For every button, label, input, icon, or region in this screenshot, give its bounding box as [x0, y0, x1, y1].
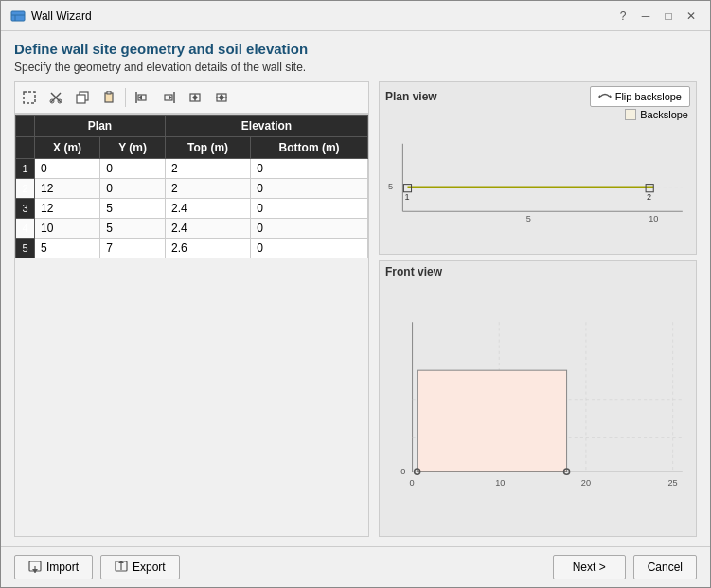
flip-backslope-button[interactable]: Flip backslope: [590, 86, 690, 107]
svg-rect-11: [107, 91, 111, 94]
svg-rect-3: [24, 92, 35, 103]
front-view-header: Front view: [380, 261, 696, 282]
left-panel: Plan Elevation X (m) Y (m) Top (m) Botto…: [14, 81, 369, 537]
import-icon: [28, 561, 42, 574]
cell-top[interactable]: 2: [165, 179, 250, 199]
page-title: Define wall site geometry and soil eleva…: [14, 41, 697, 57]
bottom-left-buttons: Import Export: [14, 555, 180, 579]
svg-text:0: 0: [400, 467, 405, 476]
main-window: Wall Wizard ? ─ □ ✕ Define wall site geo…: [0, 0, 711, 588]
svg-marker-27: [598, 95, 600, 98]
plan-view-header: Plan view Flip backslope: [380, 82, 696, 111]
col-header-top: Top (m): [165, 137, 250, 159]
svg-text:5: 5: [388, 182, 393, 191]
cell-top[interactable]: 2.4: [165, 199, 250, 219]
cell-x[interactable]: 12: [35, 199, 100, 219]
elevation-group-header: Elevation: [165, 116, 367, 137]
plan-view-title: Plan view: [385, 90, 437, 103]
toolbar-distribute2-btn[interactable]: [209, 86, 234, 109]
import-label: Import: [46, 561, 79, 574]
toolbar-copy-btn[interactable]: [70, 86, 95, 109]
svg-text:2: 2: [647, 192, 651, 202]
cell-top[interactable]: 2.6: [165, 239, 250, 258]
toolbar-select-btn[interactable]: [17, 86, 42, 109]
next-button[interactable]: Next >: [553, 555, 626, 579]
title-bar: Wall Wizard ? ─ □ ✕: [1, 1, 710, 31]
close-button[interactable]: ✕: [682, 7, 701, 26]
front-view-canvas: 0 0 10 20 25: [383, 286, 692, 532]
svg-text:10: 10: [495, 479, 505, 489]
table-row[interactable]: 2 12 0 2 0: [16, 179, 368, 199]
cell-bottom[interactable]: 0: [251, 199, 368, 219]
cell-x[interactable]: 0: [35, 159, 100, 179]
flip-icon: [598, 90, 612, 103]
cell-y[interactable]: 5: [100, 219, 166, 239]
svg-text:10: 10: [649, 214, 658, 223]
toolbar-separator-1: [125, 88, 126, 107]
table-group-header-row: Plan Elevation: [16, 116, 368, 137]
plan-view-svg: 1 2 5 10 5: [383, 115, 692, 250]
svg-text:25: 25: [668, 479, 678, 489]
plan-group-header: Plan: [35, 116, 166, 137]
cell-top[interactable]: 2.4: [165, 219, 250, 239]
right-panel: Plan view Flip backslope Backslo: [379, 81, 697, 537]
export-icon: [115, 561, 128, 574]
cell-bottom[interactable]: 0: [251, 219, 368, 239]
col-header-bottom: Bottom (m): [251, 137, 368, 159]
col-header-x: X (m): [35, 137, 100, 159]
toolbar-align-left-btn[interactable]: [130, 86, 154, 109]
table-row[interactable]: 5 5 7 2.6 0: [16, 239, 368, 258]
svg-text:1: 1: [404, 192, 409, 202]
toolbar: [14, 81, 369, 114]
toolbar-align-right-btn[interactable]: [156, 86, 181, 109]
table-row[interactable]: 3 12 5 2.4 0: [16, 199, 368, 219]
plan-view-container: Plan view Flip backslope Backslo: [379, 81, 697, 255]
data-table-wrapper: Plan Elevation X (m) Y (m) Top (m) Botto…: [14, 114, 369, 537]
cell-bottom[interactable]: 0: [251, 179, 368, 199]
svg-rect-0: [11, 11, 25, 21]
table-row[interactable]: 1 0 0 2 0: [16, 159, 368, 179]
front-view-title: Front view: [385, 265, 442, 278]
cell-y[interactable]: 0: [100, 179, 166, 199]
cell-bottom[interactable]: 0: [251, 159, 368, 179]
cell-y[interactable]: 7: [100, 239, 166, 258]
flip-backslope-label: Flip backslope: [615, 91, 682, 102]
row-number: 5: [16, 239, 35, 258]
cancel-button[interactable]: Cancel: [633, 555, 697, 579]
toolbar-distribute-btn[interactable]: [183, 86, 207, 109]
content-area: Define wall site geometry and soil eleva…: [1, 31, 710, 546]
cell-x[interactable]: 5: [35, 239, 100, 258]
main-area: Plan Elevation X (m) Y (m) Top (m) Botto…: [14, 81, 697, 537]
cell-y[interactable]: 5: [100, 199, 166, 219]
table-body: 1 0 0 2 0 2 12 0 2 0 3 12 5 2.4 0 4 10 5…: [16, 159, 368, 258]
row-number: 4: [16, 219, 35, 239]
svg-marker-21: [195, 95, 198, 100]
row-number: 1: [16, 159, 35, 179]
svg-text:20: 20: [581, 479, 591, 489]
row-number: 2: [16, 179, 35, 199]
maximize-button[interactable]: □: [659, 7, 678, 26]
window-title: Wall Wizard: [31, 9, 92, 23]
bottom-right-buttons: Next > Cancel: [553, 555, 697, 579]
title-bar-left: Wall Wizard: [10, 9, 92, 24]
cell-bottom[interactable]: 0: [251, 239, 368, 258]
table-row[interactable]: 4 10 5 2.4 0: [16, 219, 368, 239]
toolbar-paste-btn[interactable]: [97, 86, 121, 109]
help-button[interactable]: ?: [613, 7, 632, 26]
svg-rect-9: [77, 95, 85, 103]
table-col-header-row: X (m) Y (m) Top (m) Bottom (m): [16, 137, 368, 159]
svg-marker-20: [192, 95, 195, 100]
cell-x[interactable]: 12: [35, 179, 100, 199]
svg-text:0: 0: [410, 479, 415, 489]
col-header-y: Y (m): [100, 137, 166, 159]
toolbar-cut-btn[interactable]: [44, 86, 68, 109]
export-button[interactable]: Export: [100, 555, 180, 579]
cell-x[interactable]: 10: [35, 219, 100, 239]
cell-y[interactable]: 0: [100, 159, 166, 179]
import-button[interactable]: Import: [14, 555, 93, 579]
title-bar-buttons: ? ─ □ ✕: [613, 7, 701, 26]
cell-top[interactable]: 2: [165, 159, 250, 179]
minimize-button[interactable]: ─: [636, 7, 655, 26]
page-subtitle: Specify the geometry and elevation detai…: [14, 61, 697, 74]
svg-marker-26: [610, 95, 612, 98]
